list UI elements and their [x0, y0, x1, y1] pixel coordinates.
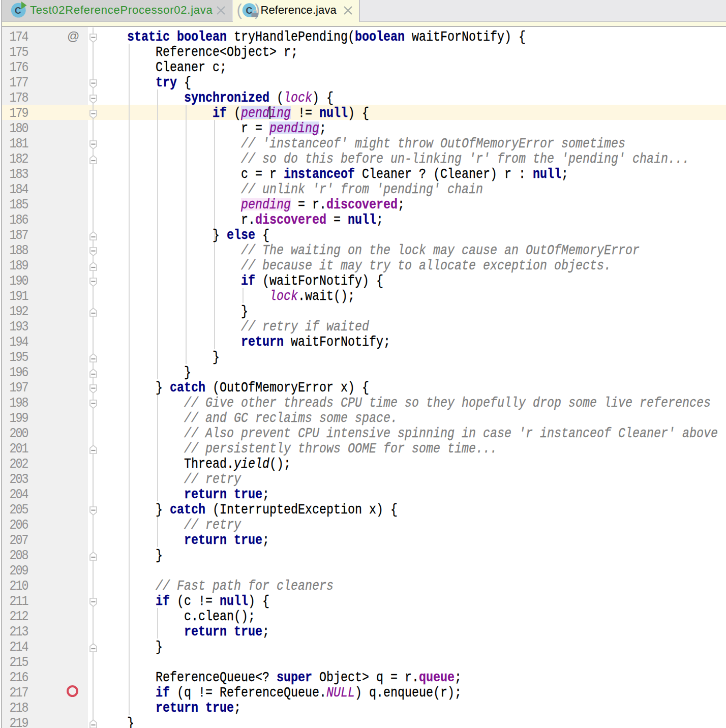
svg-text:(: (: [237, 1, 243, 19]
svg-text:C: C: [15, 6, 21, 16]
